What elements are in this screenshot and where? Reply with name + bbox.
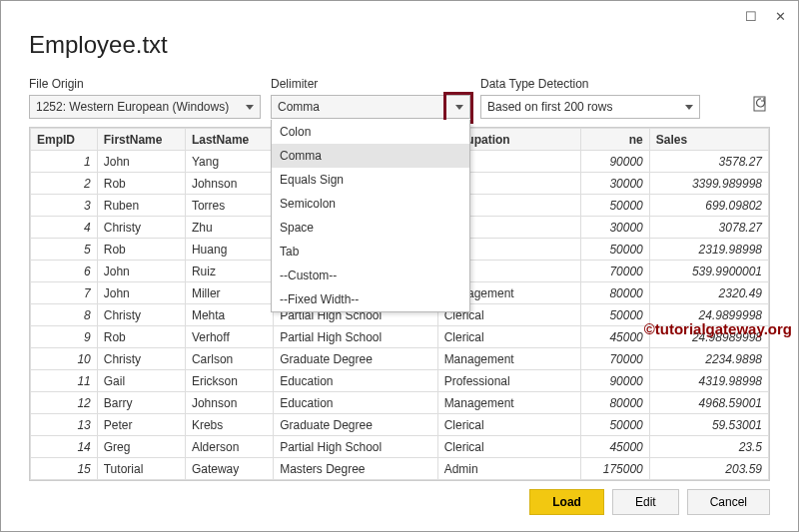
cell: Partial High School [274, 326, 437, 348]
refresh-icon[interactable] [752, 95, 770, 119]
cell: Mehta [185, 304, 273, 326]
footer-buttons: Load Edit Cancel [529, 489, 770, 515]
delimiter-select[interactable]: Comma Colon Comma Equals Sign Semicolon … [271, 95, 470, 119]
table-row[interactable]: 10ChristyCarlsonGraduate DegreeManagemen… [31, 348, 769, 370]
cell: 9 [31, 326, 98, 348]
cell: 3578.27 [649, 151, 768, 173]
cell: 4319.98998 [649, 370, 768, 392]
cell: 50000 [580, 195, 649, 217]
option-fixed-width[interactable]: --Fixed Width-- [272, 287, 469, 311]
cell: 80000 [580, 282, 649, 304]
page-title: Employee.txt [29, 31, 770, 59]
chevron-down-icon [455, 105, 463, 110]
cell: Clerical [437, 414, 580, 436]
cell: 2 [31, 173, 98, 195]
cell: 13 [31, 414, 98, 436]
cell: Ruben [97, 195, 185, 217]
cell: 1 [31, 151, 98, 173]
col-header: Sales [649, 129, 768, 151]
cell: John [97, 282, 185, 304]
option-tab[interactable]: Tab [272, 240, 469, 264]
cell: Christy [97, 217, 185, 239]
cell: Christy [97, 304, 185, 326]
cell: John [97, 261, 185, 282]
cell: Education [274, 370, 437, 392]
cell: Tutorial [97, 458, 185, 480]
maximize-icon[interactable]: ☐ [745, 9, 757, 24]
cell: Carlson [185, 348, 273, 370]
cell: John [97, 151, 185, 173]
table-row[interactable]: 12BarryJohnsonEducationManagement8000049… [31, 392, 769, 414]
cell: Johnson [185, 392, 273, 414]
cell: 90000 [580, 370, 649, 392]
col-header: FirstName [97, 129, 185, 151]
cell: 3399.989998 [649, 173, 768, 195]
cell: Johnson [185, 173, 273, 195]
cell: Graduate Degree [274, 348, 437, 370]
titlebar: ☐ ✕ [1, 1, 798, 31]
cell: Graduate Degree [274, 414, 437, 436]
table-row[interactable]: 11GailEricksonEducationProfessional90000… [31, 370, 769, 392]
cell: 23.5 [649, 436, 768, 458]
cell: 3 [31, 195, 98, 217]
delimiter-label: Delimiter [271, 77, 470, 91]
chevron-down-icon [246, 105, 254, 110]
cell: Rob [97, 173, 185, 195]
option-colon[interactable]: Colon [272, 120, 469, 144]
cell: 11 [31, 370, 98, 392]
cell: 45000 [580, 326, 649, 348]
cell: Partial High School [274, 436, 437, 458]
cell: Education [274, 392, 437, 414]
option-space[interactable]: Space [272, 216, 469, 240]
cell: Ruiz [185, 261, 273, 282]
cell: Miller [185, 282, 273, 304]
cell: 2234.9898 [649, 348, 768, 370]
file-origin-select[interactable]: 1252: Western European (Windows) [29, 95, 261, 119]
cell: 15 [31, 458, 98, 480]
cell: 2319.98998 [649, 239, 768, 261]
cell: 14 [31, 436, 98, 458]
cell: 4 [31, 217, 98, 239]
cell: Admin [437, 458, 580, 480]
table-row[interactable]: 14GregAldersonPartial High SchoolClerica… [31, 436, 769, 458]
cell: 10 [31, 348, 98, 370]
load-button[interactable]: Load [529, 489, 604, 515]
cell: Torres [185, 195, 273, 217]
edit-button[interactable]: Edit [612, 489, 679, 515]
cell: Krebs [185, 414, 273, 436]
cell: Alderson [185, 436, 273, 458]
cell: 6 [31, 261, 98, 282]
cell: 8 [31, 304, 98, 326]
cell: Professional [437, 370, 580, 392]
col-header: ne [580, 129, 649, 151]
option-semicolon[interactable]: Semicolon [272, 192, 469, 216]
cell: Erickson [185, 370, 273, 392]
col-header: EmpID [31, 129, 98, 151]
cell: 699.09802 [649, 195, 768, 217]
cell: Clerical [437, 436, 580, 458]
chevron-down-icon [685, 105, 693, 110]
cell: 70000 [580, 261, 649, 282]
cell: Yang [185, 151, 273, 173]
cell: 90000 [580, 151, 649, 173]
cell: 45000 [580, 436, 649, 458]
cell: 4968.59001 [649, 392, 768, 414]
cell: 50000 [580, 239, 649, 261]
cell: 175000 [580, 458, 649, 480]
cell: 7 [31, 282, 98, 304]
delimiter-value: Comma [278, 100, 320, 114]
option-equals[interactable]: Equals Sign [272, 168, 469, 192]
detection-select[interactable]: Based on first 200 rows [480, 95, 700, 119]
close-icon[interactable]: ✕ [775, 9, 786, 24]
table-row[interactable]: 13PeterKrebsGraduate DegreeClerical50000… [31, 414, 769, 436]
table-row[interactable]: 15TutorialGatewayMasters DegreeAdmin1750… [31, 458, 769, 480]
cell: 70000 [580, 348, 649, 370]
cancel-button[interactable]: Cancel [687, 489, 770, 515]
detection-label: Data Type Detection [480, 77, 700, 91]
option-custom[interactable]: --Custom-- [272, 264, 469, 287]
cell: Verhoff [185, 326, 273, 348]
col-header: LastName [185, 129, 273, 151]
cell: Management [437, 348, 580, 370]
option-comma[interactable]: Comma [272, 144, 469, 168]
cell: 2320.49 [649, 282, 768, 304]
